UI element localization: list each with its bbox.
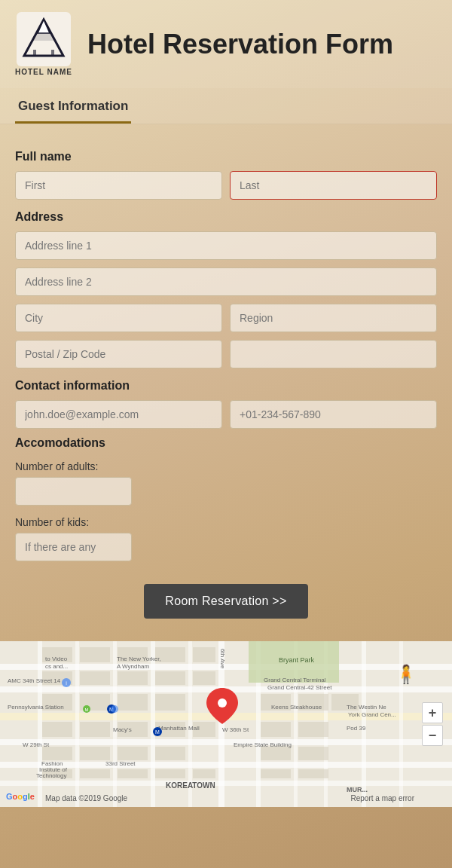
svg-rect-13 xyxy=(0,762,452,768)
tab-bar: Guest Information xyxy=(0,88,452,124)
svg-rect-54 xyxy=(118,747,148,760)
svg-rect-64 xyxy=(298,769,328,778)
svg-text:Grand Central Terminal: Grand Central Terminal xyxy=(264,677,326,683)
svg-rect-63 xyxy=(261,769,291,778)
svg-rect-15 xyxy=(38,641,42,807)
svg-text:AMC 34th Street 14: AMC 34th Street 14 xyxy=(8,677,61,684)
svg-rect-51 xyxy=(298,722,328,737)
svg-text:to Video: to Video xyxy=(45,656,68,662)
tab-guest-information[interactable]: Guest Information xyxy=(15,88,131,124)
address-label: Address xyxy=(15,210,437,224)
svg-rect-53 xyxy=(80,747,110,760)
svg-rect-50 xyxy=(261,722,291,737)
svg-text:33rd Street: 33rd Street xyxy=(105,760,136,767)
map-background: Bryant Park xyxy=(0,641,452,807)
svg-rect-12 xyxy=(0,739,452,745)
svg-text:M: M xyxy=(85,708,89,712)
map-container: Bryant Park xyxy=(0,641,452,807)
accommodations-label: Accomodations xyxy=(15,436,437,450)
hotel-logo-icon xyxy=(17,12,71,66)
svg-rect-41 xyxy=(155,694,185,711)
city-region-row xyxy=(15,304,437,332)
svg-rect-29 xyxy=(80,647,110,662)
svg-rect-34 xyxy=(80,671,110,685)
region-input[interactable] xyxy=(230,304,437,332)
address-line1-row xyxy=(15,231,437,260)
svg-text:Technology: Technology xyxy=(36,772,66,779)
adults-label: Number of adults: xyxy=(15,460,437,472)
address-line2-row xyxy=(15,267,437,296)
svg-text:The Westin Ne: The Westin Ne xyxy=(347,704,386,711)
svg-text:York Grand Cen...: York Grand Cen... xyxy=(348,711,396,718)
svg-rect-18 xyxy=(151,641,155,807)
email-input[interactable] xyxy=(15,400,222,429)
kids-input[interactable] xyxy=(15,533,132,561)
submit-row: Room Reservation >> xyxy=(15,584,437,619)
zoom-in-button[interactable]: + xyxy=(422,702,443,723)
svg-text:Pod 39: Pod 39 xyxy=(347,725,366,732)
svg-rect-59 xyxy=(80,769,110,778)
postal-country-row: United States xyxy=(15,340,437,368)
svg-rect-36 xyxy=(155,671,185,685)
city-input[interactable] xyxy=(15,304,222,332)
svg-text:cs and...: cs and... xyxy=(45,663,68,670)
svg-text:Macy's: Macy's xyxy=(113,726,132,733)
svg-rect-35 xyxy=(118,671,148,685)
svg-text:6th Ave: 6th Ave xyxy=(219,649,226,669)
postal-input[interactable] xyxy=(15,340,222,368)
svg-rect-24 xyxy=(362,641,366,807)
svg-point-99 xyxy=(218,698,227,708)
svg-rect-16 xyxy=(75,641,79,807)
svg-text:W 29th St: W 29th St xyxy=(23,741,50,748)
form-area: Full name Address United States Contact … xyxy=(0,124,452,641)
svg-text:Grand Central-42 Street: Grand Central-42 Street xyxy=(267,684,332,691)
contact-row xyxy=(15,400,437,429)
first-name-input[interactable] xyxy=(15,171,222,200)
hotel-name-label: HOTEL NAME xyxy=(15,68,72,76)
svg-rect-40 xyxy=(118,694,148,711)
svg-rect-55 xyxy=(155,747,185,760)
map-report-error[interactable]: Report a map error xyxy=(351,794,414,802)
svg-text:Bryant Park: Bryant Park xyxy=(279,656,315,664)
svg-rect-62 xyxy=(193,769,215,778)
contact-label: Contact information xyxy=(15,379,437,393)
svg-rect-61 xyxy=(155,769,185,778)
svg-rect-57 xyxy=(298,747,328,760)
adults-input[interactable] xyxy=(15,477,132,506)
zoom-out-button[interactable]: − xyxy=(422,725,443,746)
svg-rect-52 xyxy=(42,747,72,760)
country-input[interactable]: United States xyxy=(230,340,437,368)
svg-rect-37 xyxy=(193,671,215,685)
room-reservation-button[interactable]: Room Reservation >> xyxy=(144,584,307,619)
svg-text:Manhattan Mall: Manhattan Mall xyxy=(158,725,200,732)
svg-text:M: M xyxy=(155,729,160,735)
phone-input[interactable] xyxy=(230,400,437,429)
svg-rect-46 xyxy=(80,722,110,737)
svg-point-97 xyxy=(111,705,118,713)
address-line2-input[interactable] xyxy=(15,267,437,296)
svg-text:A Wyndham: A Wyndham xyxy=(117,663,149,670)
svg-rect-60 xyxy=(118,769,148,778)
svg-rect-45 xyxy=(42,722,72,737)
map-zoom-controls: + − xyxy=(422,702,443,746)
svg-rect-32 xyxy=(193,647,215,662)
logo-container: HOTEL NAME xyxy=(15,12,72,76)
svg-text:The New Yorker,: The New Yorker, xyxy=(117,656,161,662)
svg-rect-4 xyxy=(33,50,36,56)
svg-rect-5 xyxy=(51,50,54,56)
svg-text:Pennsylvania Station: Pennsylvania Station xyxy=(8,704,64,711)
map-attribution: Map data ©2019 Google xyxy=(45,794,127,802)
svg-text:KOREATOWN: KOREATOWN xyxy=(166,781,215,790)
page-header: HOTEL NAME Hotel Reservation Form xyxy=(0,0,452,88)
svg-text:MUR...: MUR... xyxy=(347,786,368,793)
svg-rect-14 xyxy=(0,781,452,786)
street-view-icon[interactable]: 🧍 xyxy=(395,664,417,685)
full-name-row xyxy=(15,171,437,200)
svg-text:W 36th St: W 36th St xyxy=(222,726,249,733)
address-line1-input[interactable] xyxy=(15,231,437,260)
full-name-label: Full name xyxy=(15,150,437,164)
kids-label: Number of kids: xyxy=(15,516,437,528)
last-name-input[interactable] xyxy=(230,171,437,200)
google-logo: Google xyxy=(6,792,35,801)
svg-rect-56 xyxy=(261,747,291,760)
